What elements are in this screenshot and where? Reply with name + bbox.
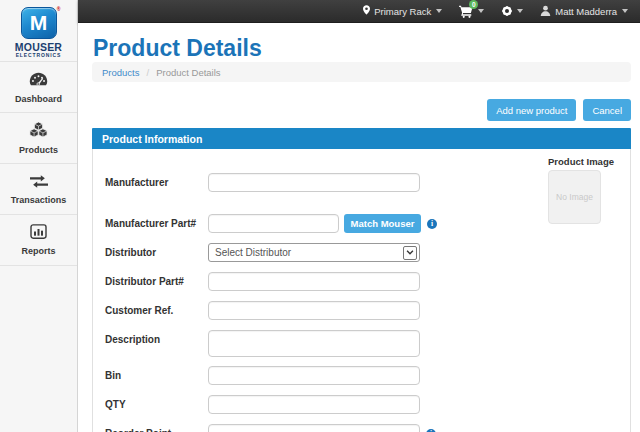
manufacturer-label: Manufacturer <box>105 173 208 192</box>
sidebar-item-label: Products <box>19 145 58 155</box>
product-image-placeholder: No Image <box>548 170 601 224</box>
breadcrumb-separator: / <box>147 67 150 78</box>
customer-ref-input[interactable] <box>208 301 420 320</box>
bar-chart-icon <box>30 224 47 243</box>
product-image-label: Product Image <box>548 156 601 167</box>
sidebar-item-label: Reports <box>21 246 55 256</box>
qty-input[interactable] <box>208 395 420 414</box>
select-chevron-icon <box>403 246 417 260</box>
bin-input[interactable] <box>208 366 420 385</box>
breadcrumb: Products / Product Details <box>92 62 631 82</box>
manufacturer-part-input[interactable] <box>208 214 339 233</box>
bin-label: Bin <box>105 366 208 385</box>
product-image-section: Product Image No Image <box>548 156 601 224</box>
form-row-reorder-point: Reorder Point i <box>105 424 630 432</box>
cart-count-badge: 0 <box>469 0 478 9</box>
app-window: M ® MOUSER ELECTRONICS Dashboard <box>0 0 640 432</box>
user-icon <box>540 5 551 18</box>
distributor-part-input[interactable] <box>208 272 420 291</box>
chevron-down-icon <box>436 9 442 13</box>
location-dropdown[interactable]: Primary Rack <box>363 5 442 17</box>
breadcrumb-current: Product Details <box>156 67 220 78</box>
product-information-panel: Product Information Manufacturer Manufac… <box>92 128 631 432</box>
sidebar-item-label: Dashboard <box>15 94 62 104</box>
logo-monogram: M <box>30 11 48 35</box>
description-textarea[interactable] <box>208 330 420 357</box>
user-dropdown[interactable]: Matt Madderra <box>540 5 628 18</box>
gauge-icon <box>29 71 48 91</box>
distributor-part-label: Distributor Part# <box>105 272 208 291</box>
distributor-select[interactable]: Select Distributor <box>208 243 420 262</box>
settings-dropdown[interactable] <box>501 6 523 17</box>
description-label: Description <box>105 330 208 357</box>
manufacturer-input[interactable] <box>208 173 420 192</box>
form-row-bin: Bin <box>105 366 630 385</box>
page-title: Product Details <box>93 36 640 60</box>
logo-subtitle: ELECTRONICS <box>16 52 62 58</box>
form-row-description: Description <box>105 330 630 357</box>
chevron-down-icon <box>622 9 628 13</box>
cart-icon: 0 <box>459 5 473 18</box>
user-name: Matt Madderra <box>555 6 617 17</box>
distributor-label: Distributor <box>105 243 208 262</box>
mouser-logo[interactable]: M ® MOUSER ELECTRONICS <box>0 0 77 61</box>
cubes-icon <box>29 121 48 142</box>
sidebar-item-dashboard[interactable]: Dashboard <box>0 61 77 112</box>
customer-ref-label: Customer Ref. <box>105 301 208 320</box>
reorder-point-input[interactable] <box>208 424 420 432</box>
add-new-product-button[interactable]: Add new product <box>487 99 576 121</box>
chevron-down-icon <box>478 9 484 13</box>
gear-icon <box>501 6 512 17</box>
match-mouser-button[interactable]: Match Mouser <box>344 214 421 233</box>
manufacturer-part-label: Manufacturer Part# <box>105 214 208 233</box>
sidebar-item-reports[interactable]: Reports <box>0 214 77 266</box>
cart-dropdown[interactable]: 0 <box>459 5 484 18</box>
sidebar-item-label: Transactions <box>11 195 67 205</box>
topbar: Primary Rack 0 <box>78 0 640 23</box>
info-icon[interactable]: i <box>427 219 437 229</box>
exchange-icon <box>30 174 48 192</box>
panel-body: Manufacturer Manufacturer Part# Match Mo… <box>92 149 631 432</box>
form-row-distributor: Distributor Select Distributor <box>105 243 630 262</box>
breadcrumb-link-products[interactable]: Products <box>102 67 140 78</box>
registered-mark: ® <box>57 6 61 12</box>
page-actions: Add new product Cancel <box>78 99 631 121</box>
sidebar-item-products[interactable]: Products <box>0 112 77 163</box>
cancel-button[interactable]: Cancel <box>583 99 631 121</box>
form-row-qty: QTY <box>105 395 630 414</box>
qty-label: QTY <box>105 395 208 414</box>
distributor-selected-value: Select Distributor <box>215 247 291 258</box>
map-pin-icon <box>363 5 370 17</box>
sidebar-item-transactions[interactable]: Transactions <box>0 163 77 214</box>
main-content: Product Details Products / Product Detai… <box>78 23 640 432</box>
sidebar: M ® MOUSER ELECTRONICS Dashboard <box>0 0 78 432</box>
form-row-distributor-part: Distributor Part# <box>105 272 630 291</box>
panel-header: Product Information <box>92 128 631 149</box>
location-label: Primary Rack <box>374 6 431 17</box>
mouser-logo-mark: M ® <box>21 7 57 39</box>
form-row-customer-ref: Customer Ref. <box>105 301 630 320</box>
reorder-point-label: Reorder Point <box>105 424 208 432</box>
chevron-down-icon <box>517 9 523 13</box>
